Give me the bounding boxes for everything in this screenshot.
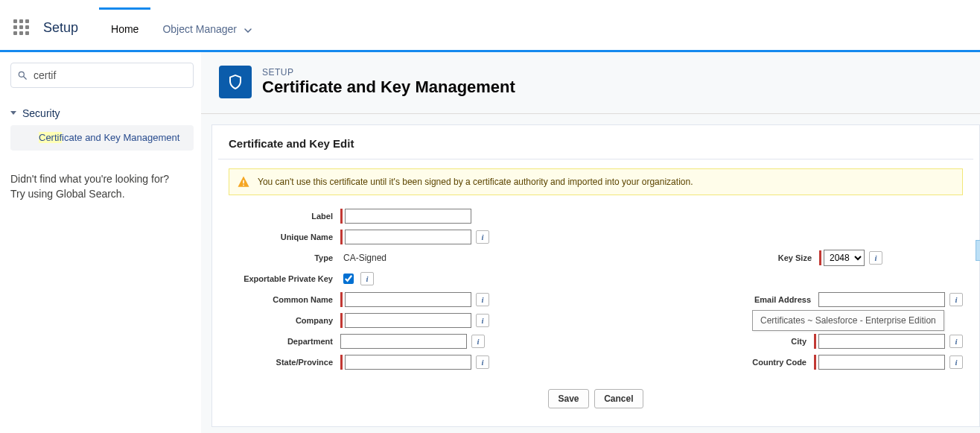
info-icon[interactable]: i — [476, 230, 489, 244]
unique-name-input[interactable] — [345, 230, 471, 244]
chevron-down-icon — [244, 23, 252, 35]
required-indicator — [814, 334, 816, 349]
company-input[interactable] — [345, 313, 471, 328]
edit-panel: Certificate and Key Edit You can't use t… — [211, 124, 980, 427]
label-department: Department — [229, 337, 340, 346]
save-button[interactable]: Save — [548, 389, 588, 408]
info-icon[interactable]: i — [949, 335, 963, 348]
app-launcher-icon[interactable] — [13, 19, 31, 37]
required-indicator — [814, 355, 816, 370]
svg-rect-2 — [243, 180, 244, 184]
required-indicator — [819, 250, 821, 265]
info-icon[interactable]: i — [949, 355, 963, 369]
top-bar: Setup Home Object Manager — [0, 0, 980, 52]
required-indicator — [340, 292, 343, 307]
label-type: Type — [229, 253, 340, 262]
label-unique-name: Unique Name — [229, 233, 340, 241]
required-indicator — [340, 313, 343, 328]
svg-point-0 — [19, 72, 24, 77]
city-input[interactable] — [818, 334, 945, 349]
main-pane: SETUP Certificate and Key Management Cer… — [201, 52, 980, 433]
cancel-button[interactable]: Cancel — [594, 389, 643, 408]
tab-home[interactable]: Home — [99, 7, 150, 47]
info-icon[interactable]: i — [476, 355, 489, 369]
label-email: Email Address — [596, 295, 818, 304]
common-name-input[interactable] — [345, 292, 471, 307]
key-size-select[interactable]: 2048 — [824, 250, 865, 266]
shield-icon — [219, 66, 252, 98]
tab-object-manager-label: Object Manager — [162, 23, 237, 35]
page-header: SETUP Certificate and Key Management — [201, 66, 980, 114]
panel-title: Certificate and Key Edit — [218, 137, 973, 159]
label-common-name: Common Name — [229, 295, 340, 304]
info-icon[interactable]: i — [360, 272, 374, 285]
state-input[interactable] — [345, 355, 471, 370]
info-icon[interactable]: i — [476, 293, 489, 306]
sidebar-item-cert-key-mgmt[interactable]: Certificate and Key Management — [10, 125, 194, 151]
warning-text: You can't use this certificate until it'… — [258, 177, 693, 187]
label-country: Country Code — [596, 358, 814, 367]
right-edge-tab[interactable] — [976, 240, 980, 261]
type-value: CA-Signed — [340, 253, 386, 263]
label-exportable: Exportable Private Key — [229, 274, 340, 283]
sidebar-item-highlight: Certif — [39, 132, 62, 143]
info-icon[interactable]: i — [949, 293, 963, 306]
required-indicator — [340, 230, 343, 244]
info-icon[interactable]: i — [471, 335, 485, 348]
info-icon[interactable]: i — [476, 314, 489, 327]
page-eyebrow: SETUP — [262, 67, 515, 78]
sidebar-item-rest: icate and Key Management — [62, 132, 179, 143]
button-bar: Save Cancel — [218, 389, 973, 408]
label-state: State/Province — [229, 358, 340, 367]
label-city: City — [596, 337, 814, 346]
sidebar-category-security[interactable]: Security — [10, 104, 194, 125]
warning-icon — [237, 175, 250, 189]
sidebar-not-found-text: Didn't find what you're looking for? Try… — [10, 171, 182, 202]
tooltip-chip: Certificates ~ Salesforce - Enterprise E… — [752, 310, 944, 331]
country-input[interactable] — [818, 355, 945, 370]
label-company: Company — [229, 316, 340, 325]
tab-object-manager[interactable]: Object Manager — [150, 10, 264, 47]
required-indicator — [340, 209, 343, 224]
svg-rect-3 — [243, 185, 244, 186]
setup-tree: Security Certificate and Key Management — [10, 104, 194, 151]
info-icon[interactable]: i — [869, 251, 882, 265]
label-label: Label — [229, 212, 340, 221]
label-key-size: Key Size — [596, 253, 819, 262]
department-input[interactable] — [340, 334, 467, 349]
app-name: Setup — [43, 20, 78, 36]
exportable-checkbox[interactable] — [343, 274, 354, 284]
setup-sidebar: Security Certificate and Key Management … — [0, 52, 201, 433]
page-title: Certificate and Key Management — [262, 78, 515, 96]
svg-line-1 — [24, 77, 27, 80]
quick-find-input[interactable] — [32, 69, 187, 82]
email-input[interactable] — [818, 292, 945, 307]
required-indicator — [340, 355, 343, 370]
search-icon — [17, 70, 28, 80]
quick-find-wrap[interactable] — [10, 63, 194, 88]
form-block: Label Unique Name i Type — [218, 206, 973, 373]
label-input[interactable] — [345, 209, 471, 224]
warning-bar: You can't use this certificate until it'… — [229, 168, 963, 195]
